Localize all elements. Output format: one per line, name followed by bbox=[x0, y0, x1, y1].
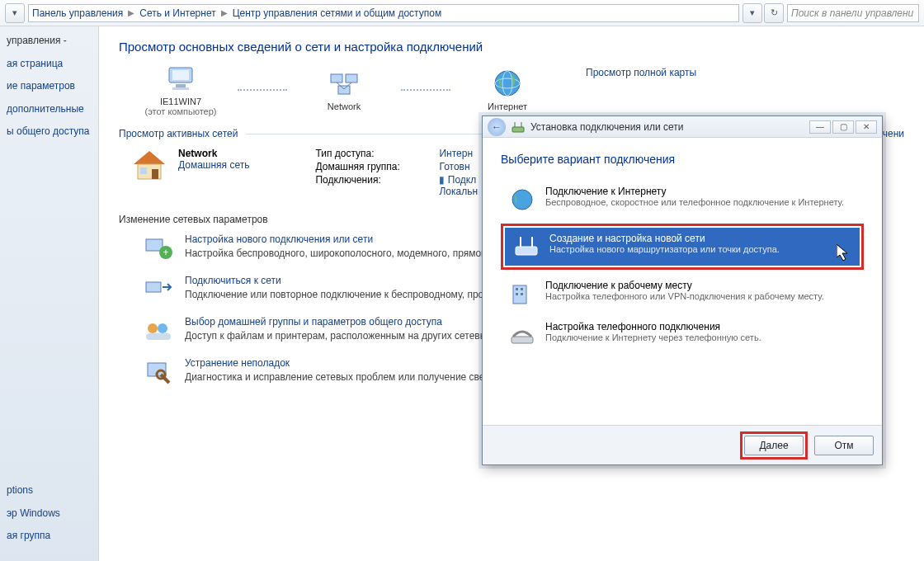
sidebar-link[interactable]: эр Windows bbox=[7, 507, 92, 521]
svg-rect-16 bbox=[146, 239, 163, 251]
sidebar-link[interactable]: ы общего доступа bbox=[7, 125, 92, 139]
svg-marker-32 bbox=[837, 244, 847, 261]
wizard-titlebar[interactable]: ← Установка подключения или сети — ▢ ✕ bbox=[483, 116, 882, 138]
breadcrumb-item[interactable]: Сеть и Интернет bbox=[139, 7, 215, 19]
wizard-options: Подключение к Интернету Беспроводное, ск… bbox=[501, 181, 864, 354]
wizard-option-internet[interactable]: Подключение к Интернету Беспроводное, ск… bbox=[501, 181, 864, 219]
wizard-window: ← Установка подключения или сети — ▢ ✕ В… bbox=[482, 116, 883, 465]
globe-icon bbox=[491, 68, 524, 98]
wizard-footer: Далее Отм bbox=[483, 425, 882, 464]
router-icon bbox=[511, 120, 526, 134]
maximize-icon[interactable]: ▢ bbox=[832, 120, 854, 134]
svg-rect-37 bbox=[521, 293, 523, 295]
svg-rect-4 bbox=[331, 74, 342, 82]
wizard-option-dialup[interactable]: Настройка телефонного подключения Подклю… bbox=[501, 316, 864, 354]
option-subtitle: Настройка нового маршрутизатора или точк… bbox=[549, 244, 780, 254]
svg-point-20 bbox=[148, 323, 158, 333]
option-title: Создание и настройка новой сети bbox=[549, 233, 780, 244]
wizard-option-workplace[interactable]: Подключение к рабочему месту Настройка т… bbox=[501, 275, 864, 313]
phone-icon bbox=[507, 321, 537, 349]
svg-rect-29 bbox=[516, 247, 537, 255]
history-dropdown-icon[interactable]: ▾ bbox=[742, 3, 762, 23]
chevron-right-icon: ▶ bbox=[219, 8, 229, 17]
svg-rect-14 bbox=[152, 169, 158, 179]
homegroup-icon bbox=[142, 316, 175, 346]
globe-icon bbox=[507, 186, 537, 214]
network-icon bbox=[328, 68, 361, 98]
svg-rect-19 bbox=[146, 282, 161, 292]
svg-rect-6 bbox=[338, 86, 350, 94]
signal-icon: ▮ bbox=[439, 174, 445, 186]
next-button[interactable]: Далее bbox=[744, 436, 804, 455]
network-name: Network bbox=[178, 148, 249, 159]
network-details: Тип доступа: Интерн Домашняя группа: Гот… bbox=[315, 148, 478, 197]
full-map-link[interactable]: Просмотр полной карты bbox=[586, 67, 696, 78]
svg-marker-12 bbox=[134, 151, 165, 164]
option-title: Подключение к Интернету bbox=[545, 186, 844, 197]
sidebar-link[interactable]: дополнительные bbox=[7, 103, 92, 116]
refresh-icon[interactable]: ↻ bbox=[764, 3, 784, 23]
new-connection-icon: + bbox=[142, 233, 175, 263]
kv-value: Интерн bbox=[439, 148, 478, 159]
kv-value[interactable]: Готовн bbox=[439, 161, 478, 172]
connection-line bbox=[401, 89, 450, 91]
svg-rect-38 bbox=[512, 337, 533, 343]
page-title: Просмотр основных сведений о сети и наст… bbox=[119, 40, 904, 54]
computer-icon bbox=[164, 64, 197, 93]
sidebar-link[interactable]: ptions bbox=[7, 484, 92, 497]
kv-key: Подключения: bbox=[315, 174, 431, 197]
sidebar-link[interactable]: ие параметров bbox=[7, 80, 92, 93]
kv-value[interactable]: Локальн bbox=[439, 186, 478, 197]
option-title: Подключение к рабочему месту bbox=[545, 280, 824, 291]
svg-rect-5 bbox=[346, 74, 357, 82]
network-type-link[interactable]: Домашняя сеть bbox=[178, 159, 249, 171]
kv-key: Тип доступа: bbox=[315, 148, 431, 159]
address-bar: ▾ Панель управления ▶ Сеть и Интернет ▶ … bbox=[0, 0, 924, 26]
active-network: Network Домашняя сеть bbox=[130, 148, 249, 197]
svg-rect-22 bbox=[146, 333, 171, 340]
svg-rect-35 bbox=[521, 288, 523, 290]
breadcrumb-item[interactable]: Панель управления bbox=[32, 7, 123, 19]
router-icon bbox=[512, 233, 541, 261]
svg-rect-2 bbox=[176, 84, 186, 87]
highlight-annotation: Создание и настройка новой сети Настройк… bbox=[501, 224, 864, 270]
search-input[interactable]: Поиск в панели управлени bbox=[787, 4, 919, 22]
sidebar-link[interactable]: ая страница bbox=[7, 58, 92, 71]
kv-key: Домашняя группа: bbox=[315, 161, 431, 172]
highlight-annotation: Далее bbox=[740, 431, 808, 460]
wizard-title: Выберите вариант подключения bbox=[501, 153, 864, 166]
building-icon bbox=[507, 280, 537, 308]
sidebar-link[interactable]: ая группа bbox=[7, 530, 92, 543]
kv-value[interactable]: Подкл bbox=[448, 174, 476, 186]
option-subtitle: Беспроводное, скоростное или телефонное … bbox=[545, 197, 844, 207]
cancel-button[interactable]: Отм bbox=[814, 436, 874, 455]
breadcrumb-item[interactable]: Центр управления сетями и общим доступом bbox=[233, 7, 442, 19]
connection-line bbox=[238, 89, 287, 91]
breadcrumb[interactable]: Панель управления ▶ Сеть и Интернет ▶ Це… bbox=[28, 4, 739, 22]
svg-point-21 bbox=[158, 323, 167, 333]
house-icon bbox=[130, 148, 168, 182]
node-label: Интернет bbox=[462, 101, 553, 111]
nav-dropdown-icon[interactable]: ▾ bbox=[5, 3, 25, 23]
sidebar-link[interactable]: управления - bbox=[7, 35, 92, 48]
wizard-header-text: Установка подключения или сети bbox=[530, 121, 683, 133]
svg-rect-34 bbox=[516, 288, 518, 290]
wizard-option-new-network[interactable]: Создание и настройка новой сети Настройк… bbox=[505, 228, 860, 266]
svg-rect-36 bbox=[516, 293, 518, 295]
node-label: Network bbox=[299, 101, 389, 111]
minimize-icon[interactable]: — bbox=[809, 120, 831, 134]
cursor-icon bbox=[837, 244, 851, 262]
back-icon[interactable]: ← bbox=[488, 118, 506, 136]
section-header: Просмотр активных сетей bbox=[119, 128, 238, 139]
connect-network-icon bbox=[142, 275, 175, 304]
network-map: IE11WIN7 (этот компьютер) Network Интерн… bbox=[119, 64, 569, 123]
svg-rect-15 bbox=[140, 167, 147, 174]
search-placeholder: Поиск в панели управлени bbox=[791, 7, 913, 19]
sidebar: управления - ая страница ие параметров д… bbox=[0, 26, 99, 561]
svg-point-9 bbox=[495, 71, 520, 96]
option-title: Настройка телефонного подключения bbox=[545, 321, 761, 332]
node-label: IE11WIN7 bbox=[135, 97, 226, 106]
option-subtitle: Настройка телефонного или VPN-подключени… bbox=[545, 291, 824, 301]
svg-rect-33 bbox=[513, 285, 526, 304]
close-icon[interactable]: ✕ bbox=[856, 120, 877, 134]
